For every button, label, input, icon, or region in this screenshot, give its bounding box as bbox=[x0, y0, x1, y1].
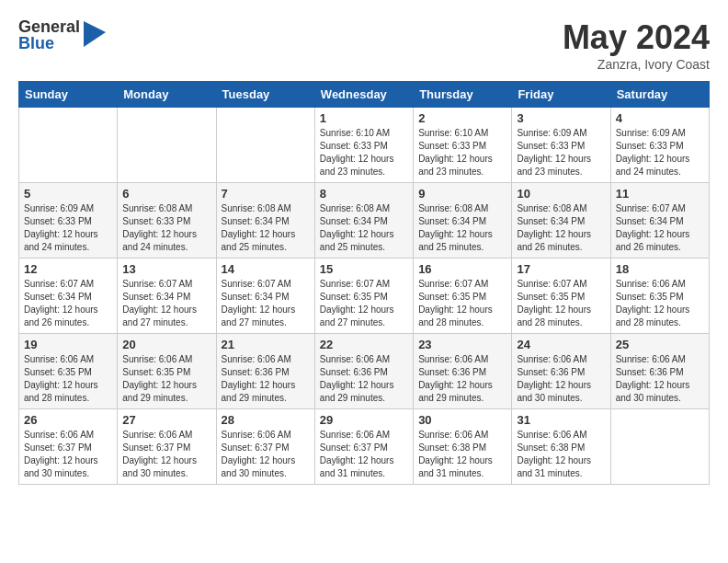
day-cell-9: 9Sunrise: 6:08 AM Sunset: 6:34 PM Daylig… bbox=[414, 183, 512, 259]
day-info: Sunrise: 6:08 AM Sunset: 6:34 PM Dayligh… bbox=[418, 202, 506, 254]
day-info: Sunrise: 6:07 AM Sunset: 6:34 PM Dayligh… bbox=[616, 202, 704, 254]
day-cell-12: 12Sunrise: 6:07 AM Sunset: 6:34 PM Dayli… bbox=[19, 259, 118, 334]
day-info: Sunrise: 6:06 AM Sunset: 6:37 PM Dayligh… bbox=[24, 429, 112, 480]
day-cell-6: 6Sunrise: 6:08 AM Sunset: 6:33 PM Daylig… bbox=[118, 183, 216, 259]
day-number: 14 bbox=[222, 262, 310, 276]
day-number: 8 bbox=[320, 187, 408, 201]
day-number: 3 bbox=[517, 111, 605, 125]
day-number: 29 bbox=[320, 413, 408, 427]
day-info: Sunrise: 6:09 AM Sunset: 6:33 PM Dayligh… bbox=[517, 127, 605, 178]
day-cell-23: 23Sunrise: 6:06 AM Sunset: 6:36 PM Dayli… bbox=[414, 334, 512, 409]
day-number: 30 bbox=[418, 413, 506, 427]
day-number: 31 bbox=[517, 413, 605, 427]
week-row-1: 1Sunrise: 6:10 AM Sunset: 6:33 PM Daylig… bbox=[19, 108, 710, 183]
day-number: 22 bbox=[320, 338, 408, 351]
day-cell-22: 22Sunrise: 6:06 AM Sunset: 6:36 PM Dayli… bbox=[314, 334, 413, 409]
day-number: 28 bbox=[222, 413, 310, 427]
day-cell-3: 3Sunrise: 6:09 AM Sunset: 6:33 PM Daylig… bbox=[512, 108, 610, 183]
day-number: 26 bbox=[24, 413, 112, 427]
day-cell-31: 31Sunrise: 6:06 AM Sunset: 6:38 PM Dayli… bbox=[512, 409, 610, 485]
day-number: 15 bbox=[320, 262, 408, 276]
logo-general: General bbox=[18, 18, 80, 35]
day-number: 9 bbox=[418, 187, 506, 201]
day-info: Sunrise: 6:07 AM Sunset: 6:35 PM Dayligh… bbox=[320, 278, 408, 329]
day-number: 11 bbox=[616, 187, 704, 201]
day-cell-19: 19Sunrise: 6:06 AM Sunset: 6:35 PM Dayli… bbox=[19, 334, 118, 409]
day-cell-14: 14Sunrise: 6:07 AM Sunset: 6:34 PM Dayli… bbox=[216, 259, 314, 334]
day-info: Sunrise: 6:07 AM Sunset: 6:35 PM Dayligh… bbox=[517, 278, 605, 329]
week-row-2: 5Sunrise: 6:09 AM Sunset: 6:33 PM Daylig… bbox=[19, 183, 710, 259]
weekday-header-tuesday: Tuesday bbox=[216, 82, 314, 108]
day-info: Sunrise: 6:06 AM Sunset: 6:36 PM Dayligh… bbox=[222, 353, 310, 405]
month-year: May 2024 bbox=[563, 18, 710, 57]
day-number: 19 bbox=[24, 338, 112, 351]
title-block: May 2024 Zanzra, Ivory Coast bbox=[563, 18, 710, 72]
day-info: Sunrise: 6:06 AM Sunset: 6:35 PM Dayligh… bbox=[122, 353, 210, 405]
day-info: Sunrise: 6:06 AM Sunset: 6:38 PM Dayligh… bbox=[517, 429, 605, 480]
day-number: 25 bbox=[616, 338, 704, 351]
day-cell-21: 21Sunrise: 6:06 AM Sunset: 6:36 PM Dayli… bbox=[216, 334, 314, 409]
calendar: SundayMondayTuesdayWednesdayThursdayFrid… bbox=[18, 81, 710, 485]
weekday-header-monday: Monday bbox=[118, 82, 216, 108]
day-number: 18 bbox=[616, 262, 704, 276]
page-header: General Blue May 2024 Zanzra, Ivory Coas… bbox=[18, 18, 710, 72]
weekday-header-saturday: Saturday bbox=[610, 82, 709, 108]
weekday-header-thursday: Thursday bbox=[414, 82, 512, 108]
day-number: 23 bbox=[418, 338, 506, 351]
day-info: Sunrise: 6:08 AM Sunset: 6:34 PM Dayligh… bbox=[517, 202, 605, 254]
week-row-4: 19Sunrise: 6:06 AM Sunset: 6:35 PM Dayli… bbox=[19, 334, 710, 409]
day-info: Sunrise: 6:06 AM Sunset: 6:36 PM Dayligh… bbox=[616, 353, 704, 405]
day-number: 4 bbox=[616, 111, 704, 125]
day-number: 5 bbox=[24, 187, 112, 201]
day-cell-29: 29Sunrise: 6:06 AM Sunset: 6:37 PM Dayli… bbox=[314, 409, 413, 485]
day-cell-11: 11Sunrise: 6:07 AM Sunset: 6:34 PM Dayli… bbox=[610, 183, 709, 259]
day-cell-20: 20Sunrise: 6:06 AM Sunset: 6:35 PM Dayli… bbox=[118, 334, 216, 409]
day-info: Sunrise: 6:06 AM Sunset: 6:36 PM Dayligh… bbox=[320, 353, 408, 405]
day-cell-2: 2Sunrise: 6:10 AM Sunset: 6:33 PM Daylig… bbox=[414, 108, 512, 183]
day-info: Sunrise: 6:06 AM Sunset: 6:38 PM Dayligh… bbox=[418, 429, 506, 480]
day-info: Sunrise: 6:06 AM Sunset: 6:37 PM Dayligh… bbox=[222, 429, 310, 480]
day-cell-18: 18Sunrise: 6:06 AM Sunset: 6:35 PM Dayli… bbox=[610, 259, 709, 334]
week-row-3: 12Sunrise: 6:07 AM Sunset: 6:34 PM Dayli… bbox=[19, 259, 710, 334]
location: Zanzra, Ivory Coast bbox=[563, 57, 710, 72]
day-cell-26: 26Sunrise: 6:06 AM Sunset: 6:37 PM Dayli… bbox=[19, 409, 118, 485]
day-cell-10: 10Sunrise: 6:08 AM Sunset: 6:34 PM Dayli… bbox=[512, 183, 610, 259]
empty-cell bbox=[610, 409, 709, 485]
logo-blue: Blue bbox=[18, 35, 80, 52]
day-cell-4: 4Sunrise: 6:09 AM Sunset: 6:33 PM Daylig… bbox=[610, 108, 709, 183]
day-info: Sunrise: 6:10 AM Sunset: 6:33 PM Dayligh… bbox=[320, 127, 408, 178]
day-info: Sunrise: 6:07 AM Sunset: 6:34 PM Dayligh… bbox=[24, 278, 112, 329]
day-info: Sunrise: 6:08 AM Sunset: 6:34 PM Dayligh… bbox=[320, 202, 408, 254]
empty-cell bbox=[19, 108, 118, 183]
day-cell-16: 16Sunrise: 6:07 AM Sunset: 6:35 PM Dayli… bbox=[414, 259, 512, 334]
day-info: Sunrise: 6:06 AM Sunset: 6:36 PM Dayligh… bbox=[418, 353, 506, 405]
day-info: Sunrise: 6:06 AM Sunset: 6:36 PM Dayligh… bbox=[517, 353, 605, 405]
day-info: Sunrise: 6:10 AM Sunset: 6:33 PM Dayligh… bbox=[418, 127, 506, 178]
day-cell-27: 27Sunrise: 6:06 AM Sunset: 6:37 PM Dayli… bbox=[118, 409, 216, 485]
day-number: 2 bbox=[418, 111, 506, 125]
day-info: Sunrise: 6:07 AM Sunset: 6:34 PM Dayligh… bbox=[122, 278, 210, 329]
day-cell-17: 17Sunrise: 6:07 AM Sunset: 6:35 PM Dayli… bbox=[512, 259, 610, 334]
day-number: 24 bbox=[517, 338, 605, 351]
day-cell-25: 25Sunrise: 6:06 AM Sunset: 6:36 PM Dayli… bbox=[610, 334, 709, 409]
day-info: Sunrise: 6:09 AM Sunset: 6:33 PM Dayligh… bbox=[24, 202, 112, 254]
day-info: Sunrise: 6:08 AM Sunset: 6:34 PM Dayligh… bbox=[222, 202, 310, 254]
logo-icon bbox=[84, 21, 106, 51]
day-number: 1 bbox=[320, 111, 408, 125]
day-info: Sunrise: 6:06 AM Sunset: 6:37 PM Dayligh… bbox=[320, 429, 408, 480]
day-info: Sunrise: 6:06 AM Sunset: 6:37 PM Dayligh… bbox=[122, 429, 210, 480]
day-cell-30: 30Sunrise: 6:06 AM Sunset: 6:38 PM Dayli… bbox=[414, 409, 512, 485]
day-number: 21 bbox=[222, 338, 310, 351]
day-info: Sunrise: 6:07 AM Sunset: 6:34 PM Dayligh… bbox=[222, 278, 310, 329]
weekday-header-wednesday: Wednesday bbox=[314, 82, 413, 108]
day-info: Sunrise: 6:07 AM Sunset: 6:35 PM Dayligh… bbox=[418, 278, 506, 329]
day-info: Sunrise: 6:06 AM Sunset: 6:35 PM Dayligh… bbox=[24, 353, 112, 405]
day-number: 13 bbox=[122, 262, 210, 276]
day-info: Sunrise: 6:08 AM Sunset: 6:33 PM Dayligh… bbox=[122, 202, 210, 254]
day-number: 6 bbox=[122, 187, 210, 201]
day-cell-7: 7Sunrise: 6:08 AM Sunset: 6:34 PM Daylig… bbox=[216, 183, 314, 259]
day-cell-1: 1Sunrise: 6:10 AM Sunset: 6:33 PM Daylig… bbox=[314, 108, 413, 183]
day-number: 10 bbox=[517, 187, 605, 201]
weekday-header-row: SundayMondayTuesdayWednesdayThursdayFrid… bbox=[19, 82, 710, 108]
empty-cell bbox=[118, 108, 216, 183]
